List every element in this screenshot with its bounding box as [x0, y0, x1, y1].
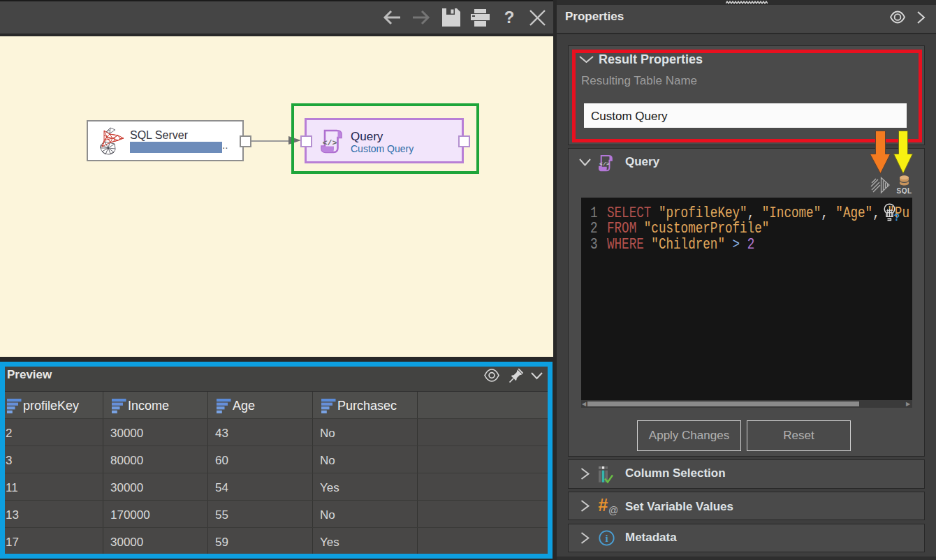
svg-text:?: ? [894, 212, 900, 221]
svg-text:SQL: SQL [896, 187, 912, 195]
svg-text:i: i [605, 533, 608, 544]
svg-text:</>: </> [599, 161, 610, 167]
